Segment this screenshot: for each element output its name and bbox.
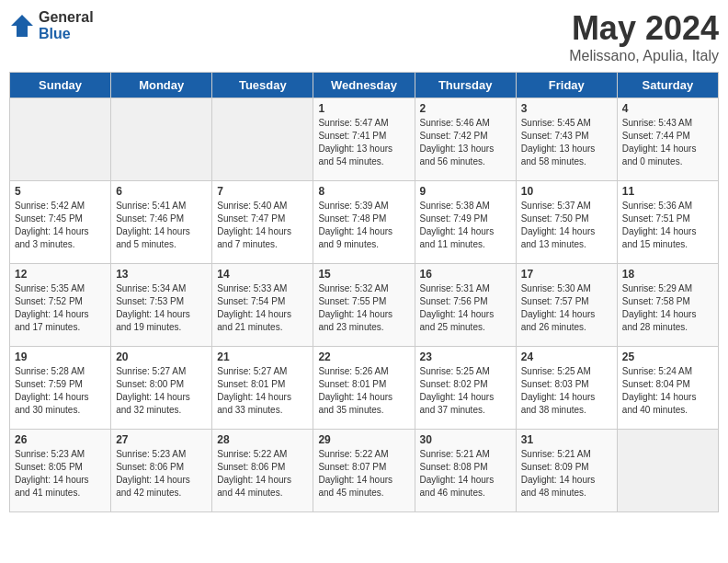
column-header-friday: Friday (516, 73, 617, 98)
day-number: 2 (420, 102, 511, 115)
day-info: Sunrise: 5:24 AM Sunset: 8:04 PM Dayligh… (622, 365, 713, 417)
logo: General Blue (9, 9, 94, 41)
day-number: 5 (15, 185, 106, 198)
calendar-cell: 2Sunrise: 5:46 AM Sunset: 7:42 PM Daylig… (415, 98, 516, 181)
day-number: 24 (521, 350, 612, 363)
day-info: Sunrise: 5:22 AM Sunset: 8:07 PM Dayligh… (318, 448, 409, 500)
calendar-cell: 13Sunrise: 5:34 AM Sunset: 7:53 PM Dayli… (111, 264, 212, 347)
column-header-monday: Monday (111, 73, 212, 98)
calendar-cell: 31Sunrise: 5:21 AM Sunset: 8:09 PM Dayli… (516, 430, 617, 512)
day-info: Sunrise: 5:29 AM Sunset: 7:58 PM Dayligh… (622, 282, 713, 334)
day-info: Sunrise: 5:35 AM Sunset: 7:52 PM Dayligh… (15, 282, 106, 334)
calendar-subtitle: Melissano, Apulia, Italy (569, 48, 719, 64)
day-info: Sunrise: 5:41 AM Sunset: 7:46 PM Dayligh… (116, 200, 207, 251)
day-number: 8 (318, 185, 409, 198)
calendar-cell: 30Sunrise: 5:21 AM Sunset: 8:08 PM Dayli… (415, 430, 516, 512)
day-info: Sunrise: 5:46 AM Sunset: 7:42 PM Dayligh… (420, 117, 511, 168)
calendar-week-row: 12Sunrise: 5:35 AM Sunset: 7:52 PM Dayli… (10, 264, 719, 347)
calendar-week-row: 5Sunrise: 5:42 AM Sunset: 7:45 PM Daylig… (10, 181, 719, 264)
calendar-cell: 25Sunrise: 5:24 AM Sunset: 8:04 PM Dayli… (617, 347, 718, 430)
calendar-cell (10, 98, 111, 181)
day-number: 29 (318, 433, 409, 446)
day-number: 3 (521, 102, 612, 115)
calendar-week-row: 19Sunrise: 5:28 AM Sunset: 7:59 PM Dayli… (10, 347, 719, 430)
day-number: 31 (521, 433, 612, 446)
day-info: Sunrise: 5:21 AM Sunset: 8:08 PM Dayligh… (420, 448, 511, 500)
day-number: 11 (622, 185, 713, 198)
column-header-sunday: Sunday (10, 73, 111, 98)
calendar-cell: 10Sunrise: 5:37 AM Sunset: 7:50 PM Dayli… (516, 181, 617, 264)
calendar-week-row: 1Sunrise: 5:47 AM Sunset: 7:41 PM Daylig… (10, 98, 719, 181)
day-number: 15 (318, 268, 409, 281)
calendar-cell: 6Sunrise: 5:41 AM Sunset: 7:46 PM Daylig… (111, 181, 212, 264)
day-number: 28 (217, 433, 308, 446)
day-info: Sunrise: 5:25 AM Sunset: 8:02 PM Dayligh… (420, 365, 511, 417)
logo-general-text: General (39, 9, 94, 26)
page-header: General Blue May 2024 Melissano, Apulia,… (9, 9, 719, 64)
day-info: Sunrise: 5:31 AM Sunset: 7:56 PM Dayligh… (420, 282, 511, 334)
day-number: 22 (318, 350, 409, 363)
day-number: 4 (622, 102, 713, 115)
calendar-cell: 5Sunrise: 5:42 AM Sunset: 7:45 PM Daylig… (10, 181, 111, 264)
day-info: Sunrise: 5:26 AM Sunset: 8:01 PM Dayligh… (318, 365, 409, 417)
day-info: Sunrise: 5:22 AM Sunset: 8:06 PM Dayligh… (217, 448, 308, 500)
day-number: 21 (217, 350, 308, 363)
calendar-cell: 28Sunrise: 5:22 AM Sunset: 8:06 PM Dayli… (212, 430, 313, 512)
day-info: Sunrise: 5:21 AM Sunset: 8:09 PM Dayligh… (521, 448, 612, 500)
day-info: Sunrise: 5:30 AM Sunset: 7:57 PM Dayligh… (521, 282, 612, 334)
calendar-cell: 14Sunrise: 5:33 AM Sunset: 7:54 PM Dayli… (212, 264, 313, 347)
day-info: Sunrise: 5:47 AM Sunset: 7:41 PM Dayligh… (318, 117, 409, 168)
day-info: Sunrise: 5:25 AM Sunset: 8:03 PM Dayligh… (521, 365, 612, 417)
calendar-cell (212, 98, 313, 181)
calendar-cell: 11Sunrise: 5:36 AM Sunset: 7:51 PM Dayli… (617, 181, 718, 264)
calendar-cell: 18Sunrise: 5:29 AM Sunset: 7:58 PM Dayli… (617, 264, 718, 347)
calendar-cell: 3Sunrise: 5:45 AM Sunset: 7:43 PM Daylig… (516, 98, 617, 181)
day-number: 1 (318, 102, 409, 115)
day-number: 30 (420, 433, 511, 446)
calendar-cell: 1Sunrise: 5:47 AM Sunset: 7:41 PM Daylig… (313, 98, 415, 181)
day-info: Sunrise: 5:36 AM Sunset: 7:51 PM Dayligh… (622, 200, 713, 251)
svg-marker-0 (11, 15, 33, 37)
calendar-cell: 15Sunrise: 5:32 AM Sunset: 7:55 PM Dayli… (313, 264, 415, 347)
calendar-cell: 22Sunrise: 5:26 AM Sunset: 8:01 PM Dayli… (313, 347, 415, 430)
calendar-header-row: SundayMondayTuesdayWednesdayThursdayFrid… (10, 73, 719, 98)
column-header-saturday: Saturday (617, 73, 718, 98)
day-info: Sunrise: 5:34 AM Sunset: 7:53 PM Dayligh… (116, 282, 207, 334)
day-number: 26 (15, 433, 106, 446)
day-number: 20 (116, 350, 207, 363)
calendar-cell: 7Sunrise: 5:40 AM Sunset: 7:47 PM Daylig… (212, 181, 313, 264)
day-number: 23 (420, 350, 511, 363)
day-number: 17 (521, 268, 612, 281)
calendar-cell: 9Sunrise: 5:38 AM Sunset: 7:49 PM Daylig… (415, 181, 516, 264)
calendar-cell: 16Sunrise: 5:31 AM Sunset: 7:56 PM Dayli… (415, 264, 516, 347)
calendar-table: SundayMondayTuesdayWednesdayThursdayFrid… (9, 72, 719, 512)
calendar-week-row: 26Sunrise: 5:23 AM Sunset: 8:05 PM Dayli… (10, 430, 719, 512)
day-number: 7 (217, 185, 308, 198)
calendar-cell: 8Sunrise: 5:39 AM Sunset: 7:48 PM Daylig… (313, 181, 415, 264)
day-info: Sunrise: 5:28 AM Sunset: 7:59 PM Dayligh… (15, 365, 106, 417)
day-number: 13 (116, 268, 207, 281)
day-info: Sunrise: 5:27 AM Sunset: 8:00 PM Dayligh… (116, 365, 207, 417)
day-number: 16 (420, 268, 511, 281)
calendar-cell: 29Sunrise: 5:22 AM Sunset: 8:07 PM Dayli… (313, 430, 415, 512)
day-number: 10 (521, 185, 612, 198)
day-number: 12 (15, 268, 106, 281)
calendar-cell: 24Sunrise: 5:25 AM Sunset: 8:03 PM Dayli… (516, 347, 617, 430)
title-area: May 2024 Melissano, Apulia, Italy (569, 9, 719, 64)
calendar-cell: 12Sunrise: 5:35 AM Sunset: 7:52 PM Dayli… (10, 264, 111, 347)
day-number: 18 (622, 268, 713, 281)
calendar-cell: 26Sunrise: 5:23 AM Sunset: 8:05 PM Dayli… (10, 430, 111, 512)
day-info: Sunrise: 5:23 AM Sunset: 8:06 PM Dayligh… (116, 448, 207, 500)
day-number: 14 (217, 268, 308, 281)
day-info: Sunrise: 5:37 AM Sunset: 7:50 PM Dayligh… (521, 200, 612, 251)
day-info: Sunrise: 5:38 AM Sunset: 7:49 PM Dayligh… (420, 200, 511, 251)
day-info: Sunrise: 5:40 AM Sunset: 7:47 PM Dayligh… (217, 200, 308, 251)
day-info: Sunrise: 5:43 AM Sunset: 7:44 PM Dayligh… (622, 117, 713, 168)
day-number: 9 (420, 185, 511, 198)
day-number: 27 (116, 433, 207, 446)
calendar-cell (111, 98, 212, 181)
calendar-cell (617, 430, 718, 512)
column-header-thursday: Thursday (415, 73, 516, 98)
calendar-title: May 2024 (569, 9, 719, 48)
logo-icon (9, 13, 35, 39)
